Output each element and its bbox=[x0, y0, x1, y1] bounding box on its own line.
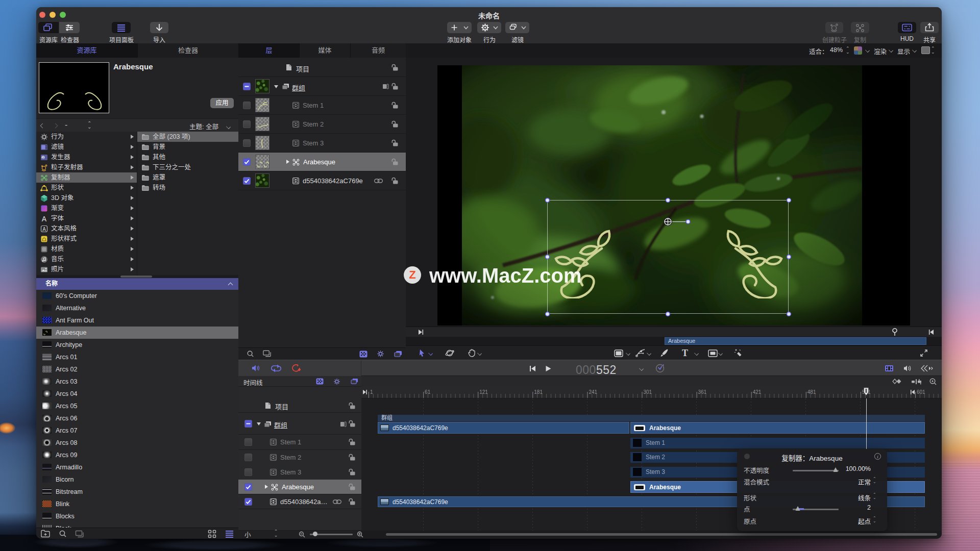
svg-text:421: 421 bbox=[753, 389, 762, 395]
svg-text:241: 241 bbox=[589, 389, 597, 395]
svg-text:1: 1 bbox=[370, 389, 373, 395]
svg-text:361: 361 bbox=[698, 389, 707, 395]
svg-text:A: A bbox=[42, 215, 47, 222]
svg-text:121: 121 bbox=[479, 389, 488, 395]
svg-text:A: A bbox=[42, 226, 46, 232]
svg-text:481: 481 bbox=[807, 389, 816, 395]
svg-text:301: 301 bbox=[644, 389, 652, 395]
svg-text:61: 61 bbox=[425, 389, 431, 395]
svg-text:181: 181 bbox=[534, 389, 543, 395]
svg-text:601: 601 bbox=[917, 389, 925, 395]
